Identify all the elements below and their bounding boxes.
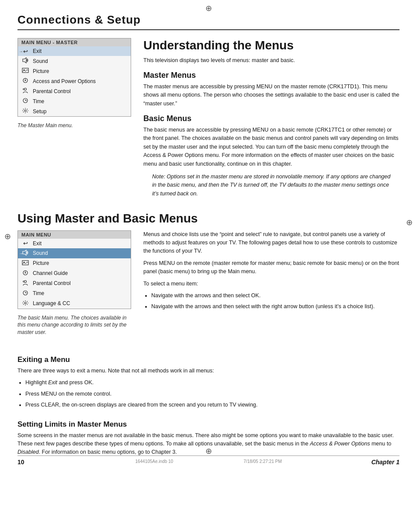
using-bullet-2: Navigate with the arrows and then select… (151, 303, 400, 311)
footer-page-number: 10 (17, 459, 24, 466)
svg-point-19 (23, 281, 24, 282)
svg-point-17 (25, 272, 26, 273)
basic-menu-item-time[interactable]: Time (18, 289, 131, 299)
exiting-bullet-1: Highlight Exit and press OK. (25, 379, 400, 387)
right-column-top: Understanding the Menus This television … (143, 38, 400, 202)
left-column-bottom: MAIN MENU ↩ Exit → Sound (17, 230, 131, 345)
basic-menu-header: MAIN MENU (18, 231, 131, 239)
using-bullet-1: Navigate with the arrows and then select… (151, 292, 400, 300)
footer-chapter: Chapter 1 (371, 459, 400, 466)
basic-menu-item-language[interactable]: Language & CC (18, 299, 131, 309)
svg-point-11 (24, 110, 26, 111)
using-bullets: Navigate with the arrows and then select… (151, 292, 400, 311)
master-menus-title: Master Menus (143, 71, 400, 80)
selected-arrow-basic: → (19, 251, 23, 256)
page-container: ⊕ ⊕ ⊕ ⊕ Connections & Setup MAIN MENU - … (0, 0, 417, 473)
compass-top-icon: ⊕ (205, 3, 212, 13)
footer-file-info: 1644105Ae.indb 10 7/18/05 2:27:21 PM (135, 459, 281, 464)
svg-rect-13 (22, 261, 28, 265)
using-section: Using Master and Basic Menus MAIN MENU ↩… (17, 211, 400, 345)
channel-icon (21, 270, 29, 277)
basic-menu-item-channel[interactable]: Channel Guide (18, 268, 131, 278)
time-icon-basic (21, 290, 29, 297)
master-menu-caption: The Master Main menu. (17, 122, 131, 129)
compass-right-icon: ⊕ (406, 218, 413, 227)
exiting-bullet-2: Press MENU on the remote control. (25, 390, 400, 398)
picture-icon (21, 67, 29, 75)
svg-point-6 (24, 88, 27, 90)
page-title: Connections & Setup (17, 13, 400, 27)
basic-menus-text: The basic menus are accessible by pressi… (143, 126, 400, 168)
using-para3: To select a menu item: (143, 280, 400, 288)
master-menu-item-setup[interactable]: Setup (18, 106, 131, 116)
master-menus-text: The master menus are accessible by press… (143, 83, 400, 108)
language-icon (21, 300, 29, 307)
master-menu-item-access[interactable]: Access and Power Options (18, 76, 131, 86)
basic-menus-title: Basic Menus (143, 114, 400, 123)
basic-menu-box: MAIN MENU ↩ Exit → Sound (17, 230, 131, 309)
access-icon (21, 77, 29, 85)
page-header: Connections & Setup (17, 13, 400, 30)
svg-point-18 (24, 280, 27, 282)
compass-bottom-icon: ⊕ (205, 446, 212, 456)
using-layout: MAIN MENU ↩ Exit → Sound (17, 230, 400, 345)
master-menu-item-time[interactable]: Time (18, 96, 131, 106)
time-icon (21, 97, 29, 105)
right-column-bottom: Menus and choice lists use the “point an… (143, 230, 400, 345)
master-menu-item-sound[interactable]: Sound (18, 56, 131, 66)
exit-icon-basic: ↩ (21, 240, 29, 247)
svg-marker-0 (23, 58, 26, 63)
using-para2: Press MENU on the remote (master remote … (143, 259, 400, 276)
svg-rect-1 (22, 68, 28, 73)
exiting-intro: There are three ways to exit a menu. Not… (17, 367, 400, 375)
parental-icon (21, 87, 29, 95)
basic-menu-caption: The basic Main menu. The choices availab… (17, 314, 131, 336)
basic-menu-item-sound[interactable]: → Sound (18, 248, 131, 258)
page-footer: 10 1644105Ae.indb 10 7/18/05 2:27:21 PM … (17, 456, 400, 466)
selected-arrow: → (19, 49, 23, 54)
left-column-top: MAIN MENU - MASTER → ↩ Exit Sound (17, 38, 131, 202)
exiting-section: Exiting a Menu There are three ways to e… (17, 355, 400, 410)
sound-icon (21, 57, 29, 65)
svg-point-23 (24, 302, 26, 304)
picture-icon-basic (21, 260, 29, 267)
setting-limits-title: Setting Limits in Master Menus (17, 420, 400, 429)
master-menu-item-exit[interactable]: → ↩ Exit (18, 46, 131, 56)
using-title: Using Master and Basic Menus (17, 211, 400, 226)
basic-menu-item-exit[interactable]: ↩ Exit (18, 239, 131, 248)
basic-menu-item-picture[interactable]: Picture (18, 258, 131, 268)
master-menu-item-parental[interactable]: Parental Control (18, 86, 131, 96)
svg-point-7 (23, 89, 24, 90)
master-menu-header: MAIN MENU - MASTER (18, 38, 131, 46)
understanding-title: Understanding the Menus (143, 38, 400, 53)
exiting-title: Exiting a Menu (17, 355, 400, 364)
basic-menu-item-parental[interactable]: Parental Control (18, 278, 131, 289)
svg-point-5 (25, 80, 26, 81)
using-intro: Menus and choice lists use the “point an… (143, 230, 400, 256)
master-menu-box: MAIN MENU - MASTER → ↩ Exit Sound (17, 38, 131, 117)
understanding-intro: This television displays two levels of m… (143, 56, 400, 65)
exiting-bullets: Highlight Exit and press OK. Press MENU … (25, 379, 400, 409)
basic-menus-note: Note: Options set in the master menu are… (152, 173, 391, 198)
compass-left-icon: ⊕ (4, 232, 11, 241)
setup-icon (21, 108, 29, 115)
content-layout: MAIN MENU - MASTER → ↩ Exit Sound (17, 38, 400, 202)
master-menu-item-picture[interactable]: Picture (18, 66, 131, 76)
exiting-bullet-3: Press CLEAR, the on-screen displays are … (25, 401, 400, 409)
parental-icon-basic (21, 280, 29, 287)
svg-marker-12 (23, 250, 26, 255)
